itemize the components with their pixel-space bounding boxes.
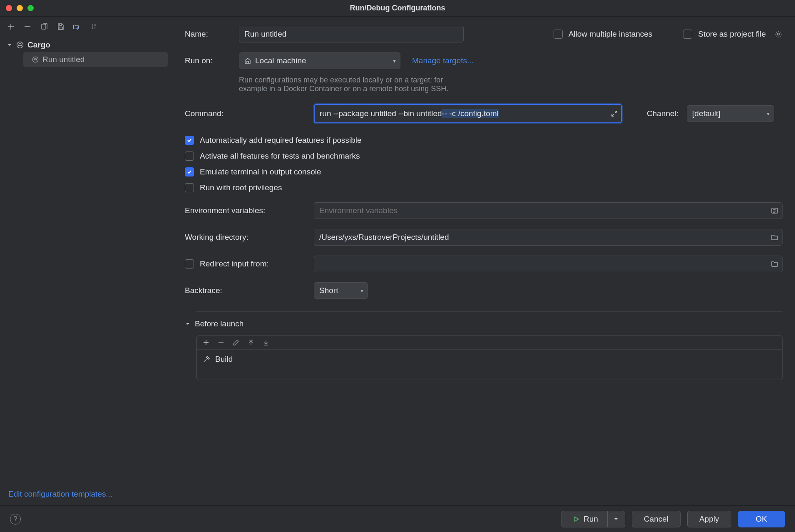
auto-features-label: Automatically add required features if p… [200, 136, 362, 145]
sidebar-toolbar: + az [0, 17, 172, 35]
chevron-down-icon [185, 321, 191, 327]
env-label: Environment variables: [185, 206, 306, 215]
run-dropdown-icon[interactable] [607, 511, 625, 527]
gear-icon[interactable] [774, 30, 783, 38]
remove-config-icon[interactable] [23, 22, 32, 31]
chevron-down-icon [7, 42, 12, 48]
expand-icon[interactable] [611, 110, 618, 117]
root-checkbox[interactable] [185, 183, 194, 192]
name-label: Name: [185, 30, 231, 39]
apply-button-label: Apply [699, 515, 719, 524]
command-label: Command: [185, 109, 306, 118]
root-label: Run with root privileges [200, 183, 282, 192]
sort-config-icon[interactable]: az [89, 22, 99, 31]
svg-rect-1 [59, 27, 62, 29]
main-panel: Name: Allow multiple instances Store as … [172, 17, 795, 505]
svg-point-6 [778, 33, 780, 35]
wd-label: Working directory: [185, 233, 306, 242]
svg-point-5 [32, 57, 38, 62]
allow-multiple-label: Allow multiple instances [569, 30, 653, 39]
backtrace-value: Short [319, 286, 338, 295]
store-project-label: Store as project file [698, 30, 766, 39]
add-task-icon[interactable] [203, 339, 209, 346]
chevron-down-icon: ▾ [360, 287, 363, 294]
command-text-selection: -- -c /config.toml [442, 109, 499, 118]
edit-templates-link[interactable]: Edit configuration templates... [8, 490, 112, 498]
folder-icon[interactable] [771, 260, 778, 268]
channel-label: Channel: [647, 109, 678, 118]
store-project-checkbox[interactable] [683, 30, 692, 39]
before-launch-label: Before launch [195, 319, 243, 328]
auto-features-checkbox[interactable] [185, 136, 194, 145]
command-text-pre: run --package untitled --bin untitled [320, 109, 442, 118]
move-up-icon[interactable] [248, 339, 254, 346]
activate-all-label: Activate all features for tests and benc… [200, 152, 360, 161]
home-icon [244, 57, 251, 64]
play-icon [574, 516, 579, 522]
apply-button[interactable]: Apply [687, 511, 731, 527]
run-on-value: Local machine [255, 56, 306, 65]
emulate-terminal-checkbox[interactable] [185, 167, 194, 177]
wd-input[interactable] [314, 229, 783, 246]
ok-button-label: OK [756, 515, 767, 524]
backtrace-select[interactable]: Short ▾ [314, 282, 368, 299]
command-input[interactable]: run --package untitled --bin untitled --… [314, 104, 622, 123]
add-config-icon[interactable] [6, 22, 15, 31]
remove-task-icon[interactable] [218, 339, 224, 346]
chevron-down-icon: ▾ [767, 110, 770, 117]
list-icon[interactable] [771, 207, 778, 214]
move-down-icon[interactable] [263, 339, 269, 346]
tree-group-label: Cargo [27, 40, 50, 50]
tree-item-run-untitled[interactable]: Run untitled [23, 52, 168, 67]
cancel-button[interactable]: Cancel [632, 511, 681, 527]
folder-icon[interactable] [771, 234, 778, 241]
run-on-help-1: Run configurations may be executed local… [239, 76, 448, 85]
sidebar: + az Cargo Run untitled Edit con [0, 17, 172, 505]
run-on-help-2: example in a Docker Container or on a re… [239, 85, 448, 93]
copy-config-icon[interactable] [40, 22, 49, 31]
allow-multiple-checkbox[interactable] [554, 30, 563, 39]
activate-all-checkbox[interactable] [185, 152, 194, 161]
cargo-icon [16, 41, 24, 49]
edit-task-icon[interactable] [233, 339, 239, 346]
help-icon[interactable]: ? [10, 514, 21, 525]
name-input[interactable] [239, 26, 464, 42]
redirect-checkbox[interactable] [185, 259, 194, 268]
before-launch-task-label: Build [215, 355, 233, 364]
before-launch-toolbar [197, 336, 782, 350]
folder-add-icon[interactable]: + [73, 22, 82, 31]
config-tree: Cargo Run untitled [0, 35, 172, 485]
titlebar: Run/Debug Configurations [0, 0, 795, 17]
tree-item-label: Run untitled [42, 55, 84, 64]
env-input[interactable] [314, 202, 783, 219]
svg-point-4 [17, 42, 23, 48]
save-config-icon[interactable] [56, 22, 65, 31]
run-button-label: Run [584, 515, 598, 524]
chevron-down-icon: ▾ [393, 57, 396, 64]
redirect-input [314, 256, 783, 272]
run-on-select[interactable]: Local machine ▾ [239, 52, 400, 69]
redirect-label: Redirect input from: [200, 259, 269, 268]
before-launch-header[interactable]: Before launch [185, 319, 783, 328]
before-launch-task[interactable]: Build [197, 350, 782, 380]
before-launch-panel: Build [196, 336, 783, 380]
manage-targets-link[interactable]: Manage targets... [412, 56, 474, 65]
ok-button[interactable]: OK [738, 511, 785, 527]
svg-rect-0 [42, 24, 46, 29]
svg-text:z: z [94, 26, 96, 30]
emulate-terminal-label: Emulate terminal in output console [200, 167, 321, 177]
backtrace-label: Backtrace: [185, 286, 306, 295]
dialog-footer: ? Run Cancel Apply OK [0, 505, 795, 532]
channel-select[interactable]: [default] ▾ [687, 105, 774, 122]
cargo-icon [32, 56, 39, 63]
channel-value: [default] [692, 109, 720, 118]
run-button[interactable]: Run [561, 511, 625, 527]
hammer-icon [203, 355, 210, 363]
cancel-button-label: Cancel [644, 515, 668, 524]
tree-group-cargo[interactable]: Cargo [4, 38, 168, 52]
window-title: Run/Debug Configurations [0, 4, 795, 12]
run-on-label: Run on: [185, 56, 231, 65]
